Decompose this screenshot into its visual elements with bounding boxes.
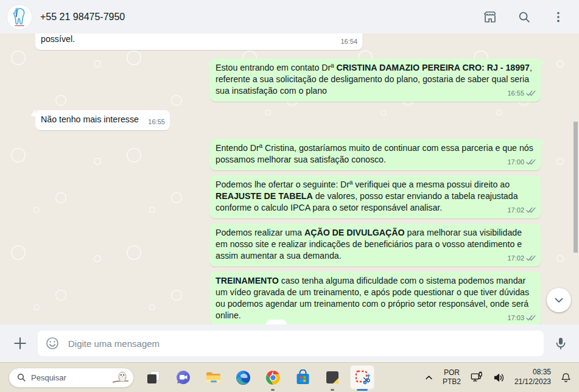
message-meta: 17:02	[507, 253, 536, 264]
conversation-header: +55 21 98475-7950	[0, 0, 579, 33]
message-row: TREINAMENTO caso tenha alguma dificuldad…	[0, 271, 579, 324]
network-icon[interactable]	[470, 371, 483, 383]
bubble-tail	[541, 58, 546, 66]
incoming-message[interactable]: Não tenho mais interesse16:55	[35, 110, 170, 130]
scroll-to-bottom-button[interactable]	[547, 288, 571, 312]
message-time: 17:03	[507, 312, 524, 324]
message-row: Entendo Drª Cristina, gostaríamos muito …	[0, 139, 579, 170]
language-line2: PTB2	[443, 377, 461, 386]
whatsapp-window: +55 21 98475-7950 possível.16:54Esto	[0, 0, 579, 392]
message-time: 17:00	[507, 156, 524, 168]
message-time: 16:55	[507, 88, 524, 99]
message-meta: 17:02	[507, 205, 536, 216]
contact-avatar[interactable]	[7, 5, 32, 29]
message-text: Entendo Drª Cristina, gostaríamos muito …	[216, 143, 533, 164]
clock[interactable]: 08:35 21/12/2023	[514, 368, 551, 387]
notes-app-icon[interactable]	[320, 365, 345, 390]
message-input[interactable]	[67, 338, 536, 349]
microphone-icon[interactable]	[553, 336, 568, 351]
tooth-logo-icon	[7, 5, 32, 29]
windows-taskbar: Pesquisar	[0, 362, 579, 392]
active-window-indicator	[357, 389, 368, 391]
bubble-tail	[30, 110, 35, 118]
kebab-menu-icon[interactable]	[551, 10, 566, 24]
hidden-icons-chevron-icon[interactable]	[424, 373, 433, 382]
volume-icon[interactable]	[493, 372, 505, 383]
catalog-storefront-icon[interactable]	[483, 10, 497, 24]
edge-browser-icon[interactable]	[231, 365, 255, 390]
message-meta: 17:00	[507, 156, 536, 168]
message-time: 16:55	[148, 116, 165, 128]
attach-plus-icon[interactable]	[12, 335, 28, 351]
message-time: 17:02	[507, 205, 524, 216]
message-time: 17:02	[507, 253, 524, 264]
message-row: Não tenho mais interesse16:55	[0, 110, 579, 130]
notifications-bell-icon[interactable]	[560, 372, 572, 383]
snipping-tool-icon-active[interactable]	[350, 365, 374, 390]
double-check-icon	[526, 207, 536, 214]
running-indicator	[271, 389, 275, 391]
running-indicator	[331, 389, 334, 391]
outgoing-message[interactable]: Podemos realizar uma AÇÃO DE DIVULGAÇÃO …	[210, 223, 541, 267]
search-highlight-owl-icon	[111, 370, 130, 385]
chrome-browser-icon[interactable]	[261, 365, 285, 390]
chevron-down-icon	[552, 293, 566, 307]
incoming-message[interactable]: possível.16:54	[35, 33, 362, 50]
message-text: Podemos realizar uma AÇÃO DE DIVULGAÇÃO …	[216, 228, 522, 261]
header-actions	[483, 10, 566, 24]
message-text: TREINAMENTO caso tenha alguma dificuldad…	[216, 276, 529, 320]
message-row: Podemos realizar uma AÇÃO DE DIVULGAÇÃO …	[0, 223, 579, 267]
taskbar-apps	[141, 365, 374, 390]
message-row: Estou entrando em contato Drª CRISTINA D…	[0, 58, 579, 102]
outgoing-message[interactable]: Entendo Drª Cristina, gostaríamos muito …	[210, 139, 541, 170]
tray-date: 21/12/2023	[514, 377, 551, 386]
message-text: Não tenho mais interesse	[41, 114, 164, 124]
search-label: Pesquisar	[31, 373, 107, 382]
search-icon	[16, 373, 26, 382]
language-line1: POR	[444, 368, 460, 377]
double-check-icon	[526, 315, 536, 321]
message-meta: 16:55	[507, 88, 536, 99]
language-indicator[interactable]: POR PTB2	[443, 368, 461, 387]
taskbar-search[interactable]: Pesquisar	[9, 368, 134, 388]
emoji-icon[interactable]	[45, 336, 60, 351]
message-meta: 16:54	[340, 36, 357, 47]
composer-bar	[0, 324, 579, 362]
bubble-tail	[541, 139, 546, 147]
microsoft-store-icon[interactable]	[290, 365, 315, 390]
message-row: possível.16:54	[0, 33, 579, 50]
double-check-icon	[526, 255, 536, 262]
outgoing-message[interactable]: TREINAMENTO caso tenha alguma dificuldad…	[210, 271, 541, 324]
messages: possível.16:54Estou entrando em contato …	[0, 33, 579, 324]
chat-panel: possível.16:54Estou entrando em contato …	[0, 33, 579, 324]
partially-visible-bubble[interactable]	[266, 320, 287, 324]
message-text: possível.	[41, 34, 75, 44]
teams-chat-icon[interactable]	[171, 365, 195, 390]
task-view-icon[interactable]	[141, 365, 166, 390]
message-meta: 17:03	[507, 312, 536, 324]
message-input-pill	[38, 331, 544, 356]
search-icon[interactable]	[517, 10, 532, 24]
message-text: Estou entrando em contato Drª CRISTINA D…	[216, 63, 532, 96]
tray-time: 08:35	[533, 368, 551, 376]
message-meta: 16:55	[148, 116, 165, 128]
outgoing-message[interactable]: Podemos lhe ofertar o seguinte: Drª veri…	[210, 175, 541, 219]
message-row: Podemos lhe ofertar o seguinte: Drª veri…	[0, 175, 579, 219]
message-time: 16:54	[340, 36, 357, 47]
double-check-icon	[526, 90, 536, 97]
contact-name[interactable]: +55 21 98475-7950	[40, 12, 474, 23]
outgoing-message[interactable]: Estou entrando em contato Drª CRISTINA D…	[210, 58, 541, 102]
double-check-icon	[526, 159, 536, 166]
file-explorer-icon[interactable]	[201, 365, 225, 390]
system-tray: POR PTB2 08:35 21/12/2023	[424, 368, 572, 387]
message-text: Podemos lhe ofertar o seguinte: Drª veri…	[216, 180, 518, 212]
chat-scrollbar-thumb[interactable]	[574, 122, 578, 253]
